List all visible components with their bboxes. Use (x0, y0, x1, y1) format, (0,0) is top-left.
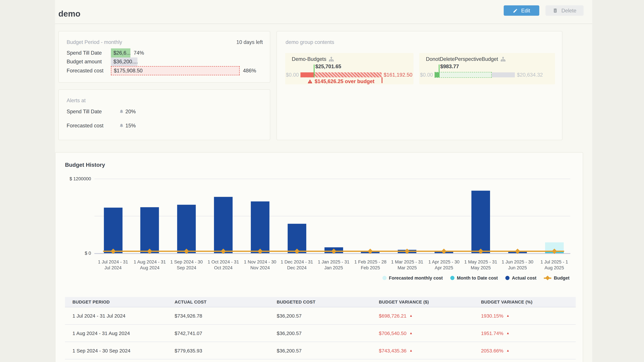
forecast-value: $175,908.50 (114, 68, 143, 73)
header-actions: Edit Delete (504, 5, 584, 16)
group-budget-name: DonotDeletePerspectiveBudget (426, 56, 506, 62)
hierarchy-icon (500, 56, 506, 62)
budget-period-row-label: Budget amount (66, 59, 102, 65)
table-header-cell: BUDGET VARIANCE ($) (372, 297, 474, 307)
x-axis-tick-label: 1 Mar 2025 - 31Mar 2025 (388, 259, 426, 270)
legend-item-budget[interactable]: Budget (544, 276, 570, 281)
cell-actual-cost: $742,741.07 (167, 325, 269, 342)
budget-value: $36,200.... (113, 59, 138, 65)
actual-cost-bar[interactable] (177, 205, 196, 253)
gridline-mid (94, 216, 570, 216)
x-axis-tick-label: 1 Nov 2024 - 30Nov 2024 (241, 259, 279, 270)
spend-segment (300, 72, 314, 77)
alert-label: Forecasted cost (66, 123, 103, 129)
spend-value-chip: $26,6... (111, 48, 130, 57)
x-axis-tick-label: 1 Feb 2025 - 28Feb 2025 (351, 259, 390, 270)
variance-up-icon: ▲ (506, 331, 510, 335)
legend-label: Actual cost (512, 276, 536, 281)
x-axis-line (94, 253, 570, 254)
overbudget-text: $145,626.25 over budget (314, 79, 374, 84)
x-axis-tick-label: 1 Jul 2025 - 1Aug 2025 (535, 259, 573, 270)
actual-cost-bar[interactable] (104, 208, 122, 253)
header-divider (55, 24, 592, 24)
warning-icon (308, 79, 312, 84)
cell-budgeted-cost: $36,200.57 (269, 307, 372, 324)
bar-max-label: $20,634.32 (517, 72, 543, 77)
legend-item-actual-cost[interactable]: Actual cost (505, 276, 536, 281)
table-row: 1 Jul 2024 - 31 Jul 2024$734,926.78$36,2… (65, 307, 576, 325)
cell-budget-variance-pct: 2053.66%▲ (474, 342, 576, 359)
delete-button-label: Delete (561, 8, 576, 13)
days-left-label: 10 days left (236, 39, 263, 45)
x-axis-tick-label: 1 Aug 2024 - 31Aug 2024 (131, 259, 169, 270)
table-header-cell: BUDGET VARIANCE (%) (474, 297, 576, 307)
group-budget-name: Demo-Budgets (292, 56, 334, 62)
cell-budget-variance-pct: 1951.74%▲ (474, 325, 576, 342)
cell-budget-period: 1 Aug 2024 - 31 Aug 2024 (65, 325, 167, 342)
cell-budget-variance-pct: 1930.15%▲ (474, 307, 576, 324)
budget-name-text: DonotDeletePerspectiveBudget (426, 56, 498, 62)
budget-period-row-label: Spend Till Date (66, 50, 102, 56)
cell-actual-cost: $734,926.78 (167, 307, 269, 324)
legend-label: Budget (554, 276, 570, 281)
chart-legend: Forecasted monthly costMonth to Date cos… (382, 276, 569, 281)
budget-period-row-bar: $175,908.50486% (111, 66, 256, 75)
actual-cost-bar[interactable] (214, 197, 232, 253)
table-header-cell: ACTUAL COST (167, 297, 269, 307)
variance-up-icon: ▲ (410, 314, 413, 318)
cell-budget-period: 1 Sep 2024 - 30 Sep 2024 (65, 342, 167, 359)
budget-history-table: BUDGET PERIODACTUAL COSTBUDGETED COSTBUD… (65, 297, 576, 360)
variance-up-icon: ▲ (410, 331, 413, 335)
legend-item-month-to-date-cost[interactable]: Month to Date cost (450, 276, 498, 281)
legend-item-forecasted-monthly-cost[interactable]: Forecasted monthly cost (382, 276, 443, 281)
x-axis-tick-label: 1 Apr 2025 - 30Apr 2025 (425, 259, 463, 270)
budget-name-text: Demo-Budgets (292, 56, 326, 62)
actual-cost-bar[interactable] (472, 191, 490, 253)
variance-up-icon: ▲ (410, 349, 413, 352)
cell-budgeted-cost: $36,200.57 (269, 325, 372, 342)
alerts-card: Alerts at Spend Till Date20%Forecasted c… (58, 89, 270, 140)
cell-budget-period: 1 Jul 2024 - 31 Jul 2024 (65, 307, 167, 324)
delete-button[interactable]: Delete (546, 5, 584, 16)
cell-budget-variance-usd: $743,435.36▲ (372, 342, 474, 359)
group-contents-title: demo group contents (286, 39, 334, 45)
legend-dot-icon (450, 276, 454, 280)
variance-up-icon: ▲ (506, 314, 510, 318)
table-header-row: BUDGET PERIODACTUAL COSTBUDGETED COSTBUD… (65, 297, 576, 307)
table-row: 1 Sep 2024 - 30 Sep 2024$779,635.93$36,2… (65, 342, 576, 360)
spend-percent-label: 74% (134, 50, 144, 56)
alert-label: Spend Till Date (66, 109, 102, 115)
actual-cost-bar[interactable] (140, 207, 159, 253)
content-container: demo Edit Delete Budget Period - monthly… (55, 0, 592, 362)
alert-threshold-value: 20% (126, 109, 136, 115)
y-axis-max-label: $ 1200000 (58, 176, 91, 181)
table-row: 1 Aug 2024 - 31 Aug 2024$742,741.07$36,2… (65, 325, 576, 342)
cell-budget-variance-usd: $698,726.21▲ (372, 307, 474, 324)
budget-period-card-title: Budget Period - monthly (66, 39, 122, 45)
remaining-budget-segment (492, 72, 515, 77)
alerts-card-title: Alerts at (66, 97, 86, 103)
group-budget-card[interactable]: Demo-Budgets$25,701.65$145,626.25 over b… (285, 53, 414, 84)
group-budget-card[interactable]: DonotDeletePerspectiveBudget$983.77$0.00… (419, 53, 555, 84)
x-axis-tick-label: 1 Sep 2024 - 30Sep 2024 (168, 259, 206, 270)
x-axis-tick-label: 1 May 2025 - 31May 2025 (462, 259, 500, 270)
legend-label: Forecasted monthly cost (389, 276, 443, 281)
alert-row: Forecasted cost15% (59, 123, 270, 129)
pencil-icon (513, 8, 518, 13)
actual-cost-bar[interactable] (251, 201, 269, 253)
budget-progress-bar (300, 72, 382, 77)
edit-button[interactable]: Edit (504, 5, 539, 16)
current-spend-label: $983.77 (440, 64, 459, 69)
y-axis-zero-label: $ 0 (58, 251, 91, 256)
bar-min-label: $0.00 (419, 72, 433, 77)
budget-history-panel: Budget History $ 1200000$ 01 Jul 2024 - … (55, 152, 583, 362)
current-spend-marker (314, 64, 314, 77)
variance-up-icon: ▲ (506, 349, 510, 352)
forecast-value-chip: $175,908.50 (111, 66, 240, 75)
page-title: demo (58, 9, 80, 18)
hierarchy-icon (329, 56, 334, 62)
table-body: 1 Jul 2024 - 31 Jul 2024$734,926.78$36,2… (65, 307, 576, 360)
alert-row: Spend Till Date20% (59, 109, 270, 115)
bar-min-label: $0.00 (285, 72, 299, 77)
budget-value-chip: $36,200.... (111, 57, 137, 66)
